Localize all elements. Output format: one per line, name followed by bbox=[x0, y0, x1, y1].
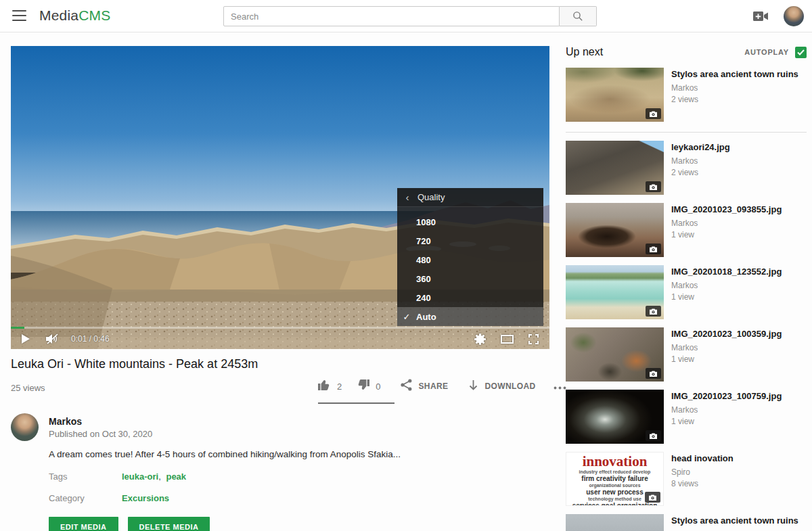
quality-option-480[interactable]: 480 bbox=[397, 250, 543, 269]
quality-option-360[interactable]: 360 bbox=[397, 269, 543, 288]
related-item[interactable]: IMG_20201018_123552.jpg Markos 1 view bbox=[566, 265, 807, 319]
settings-gear-icon[interactable] bbox=[474, 333, 486, 345]
up-next-item[interactable]: Stylos area ancient town ruins Markos 2 … bbox=[566, 68, 807, 122]
tag-link-peak[interactable]: peak bbox=[166, 471, 186, 482]
top-navbar: MediaCMS bbox=[0, 0, 812, 32]
item-views: 2 views bbox=[671, 95, 798, 104]
upload-media-icon[interactable] bbox=[752, 11, 769, 22]
search-input[interactable] bbox=[223, 6, 560, 26]
logo-text-cms: CMS bbox=[78, 7, 110, 23]
related-item[interactable]: Stylos area ancient town ruins bbox=[566, 514, 807, 531]
item-views: 8 views bbox=[671, 479, 734, 488]
play-icon[interactable] bbox=[21, 334, 30, 344]
autoplay-label: AUTOPLAY bbox=[744, 48, 789, 56]
thumbnail-img-100359 bbox=[566, 327, 664, 382]
app-logo[interactable]: MediaCMS bbox=[39, 7, 110, 24]
edit-media-button[interactable]: EDIT MEDIA bbox=[49, 517, 118, 531]
delete-media-button[interactable]: DELETE MEDIA bbox=[128, 517, 210, 531]
item-title: Stylos area ancient town ruins bbox=[671, 515, 798, 526]
item-title: IMG_20201023_100359.jpg bbox=[671, 328, 782, 340]
item-author: Markos bbox=[671, 83, 798, 93]
share-icon bbox=[401, 379, 412, 394]
quality-option-720[interactable]: 720 bbox=[397, 231, 543, 250]
like-button[interactable]: 2 bbox=[318, 379, 342, 394]
dislike-button[interactable]: 0 bbox=[357, 379, 380, 394]
quality-menu-header[interactable]: ‹ Quality bbox=[397, 188, 543, 207]
search-icon bbox=[572, 11, 583, 22]
related-item[interactable]: IMG_20201023_093855.jpg Markos 1 view bbox=[566, 203, 807, 257]
media-actions: 2 0 SHARE DOWNLOAD bbox=[318, 377, 548, 395]
item-views: 1 view bbox=[671, 417, 782, 426]
dislike-count: 0 bbox=[376, 382, 380, 392]
tags-label: Tags bbox=[49, 471, 67, 482]
media-title: Leuka Ori - White mountains - Peak at 24… bbox=[11, 357, 258, 371]
category-label: Category bbox=[49, 493, 85, 503]
item-author: Markos bbox=[671, 156, 730, 166]
category-row: Excursions bbox=[122, 493, 169, 503]
hamburger-menu-icon[interactable] bbox=[12, 10, 26, 22]
search-button[interactable] bbox=[560, 6, 597, 26]
player-controls: 0:01 / 0:46 bbox=[11, 329, 549, 349]
thumbnail-leykaori24 bbox=[566, 141, 664, 195]
related-item[interactable]: innovation industry effect reduced devel… bbox=[566, 452, 807, 506]
like-count: 2 bbox=[337, 382, 342, 392]
more-actions-button[interactable] bbox=[554, 380, 566, 392]
video-player[interactable]: ‹ Quality 1080 720 480 360 240 ✓ Auto bbox=[11, 46, 549, 349]
page: MediaCMS bbox=[0, 0, 812, 531]
up-next-header: Up next AUTOPLAY bbox=[566, 45, 807, 60]
owner-buttons: EDIT MEDIA DELETE MEDIA bbox=[49, 517, 210, 531]
share-button[interactable]: SHARE bbox=[401, 379, 448, 394]
thumbnail-stylos-ruins-2 bbox=[566, 514, 664, 531]
author-name[interactable]: Markos bbox=[49, 416, 82, 427]
related-item[interactable]: leykaori24.jpg Markos 2 views bbox=[566, 141, 807, 195]
share-label: SHARE bbox=[418, 382, 448, 391]
wordcloud-main: innovation bbox=[566, 454, 663, 469]
camera-icon bbox=[646, 430, 661, 441]
quality-option-1080[interactable]: 1080 bbox=[397, 212, 543, 231]
item-title: IMG_20201018_123552.jpg bbox=[671, 266, 782, 277]
thumbs-down-icon bbox=[357, 379, 369, 394]
media-description: A dream comes true! After 4-5 hours of c… bbox=[49, 449, 522, 459]
thumbnail-img-093855 bbox=[566, 203, 664, 257]
autoplay-checkbox[interactable] bbox=[795, 47, 807, 58]
item-author: Markos bbox=[671, 218, 782, 228]
header-right bbox=[752, 0, 804, 32]
user-avatar[interactable] bbox=[784, 6, 804, 26]
item-author: Spiro bbox=[671, 467, 734, 477]
item-views: 1 view bbox=[671, 292, 782, 302]
item-author: Markos bbox=[671, 343, 782, 352]
theater-mode-icon[interactable] bbox=[501, 335, 514, 344]
item-title: IMG_20201023_093855.jpg bbox=[671, 204, 782, 215]
time-display: 0:01 / 0:46 bbox=[71, 334, 110, 344]
camera-icon bbox=[645, 492, 660, 503]
item-title: leykaori24.jpg bbox=[671, 141, 730, 153]
published-date: Published on Oct 30, 2020 bbox=[49, 429, 152, 439]
camera-icon bbox=[646, 181, 661, 192]
related-item[interactable]: IMG_20201023_100359.jpg Markos 1 view bbox=[566, 327, 807, 382]
item-author: Markos bbox=[671, 281, 782, 290]
item-author: Markos bbox=[671, 405, 782, 415]
item-title: Stylos area ancient town ruins bbox=[671, 68, 798, 80]
tag-link-leuka-ori[interactable]: leuka-ori bbox=[122, 471, 158, 482]
category-link-excursions[interactable]: Excursions bbox=[122, 493, 169, 503]
up-next-label: Up next bbox=[566, 46, 603, 58]
author-avatar[interactable] bbox=[11, 413, 39, 441]
related-item[interactable]: IMG_20201023_100759.jpg Markos 1 view bbox=[566, 390, 807, 444]
autoplay-control: AUTOPLAY bbox=[744, 47, 807, 58]
volume-muted-icon[interactable] bbox=[46, 333, 59, 344]
thumbnail-img-100759 bbox=[566, 390, 664, 444]
search-bar bbox=[223, 6, 597, 26]
check-icon: ✓ bbox=[397, 312, 416, 322]
quality-options-list: 1080 720 480 360 240 ✓ Auto bbox=[397, 207, 543, 326]
fullscreen-icon[interactable] bbox=[528, 334, 539, 344]
quality-option-240[interactable]: 240 bbox=[397, 288, 543, 307]
item-title: head inovation bbox=[671, 453, 734, 464]
thumbnail-stylos-ruins bbox=[566, 68, 664, 122]
back-chevron-icon: ‹ bbox=[397, 191, 418, 203]
logo-text-media: Media bbox=[39, 7, 78, 23]
camera-icon bbox=[646, 108, 661, 119]
quality-option-auto[interactable]: ✓ Auto bbox=[397, 307, 543, 326]
download-button[interactable]: DOWNLOAD bbox=[468, 379, 535, 394]
view-count: 25 views bbox=[11, 383, 45, 393]
quality-menu: ‹ Quality 1080 720 480 360 240 ✓ Auto bbox=[397, 188, 543, 326]
